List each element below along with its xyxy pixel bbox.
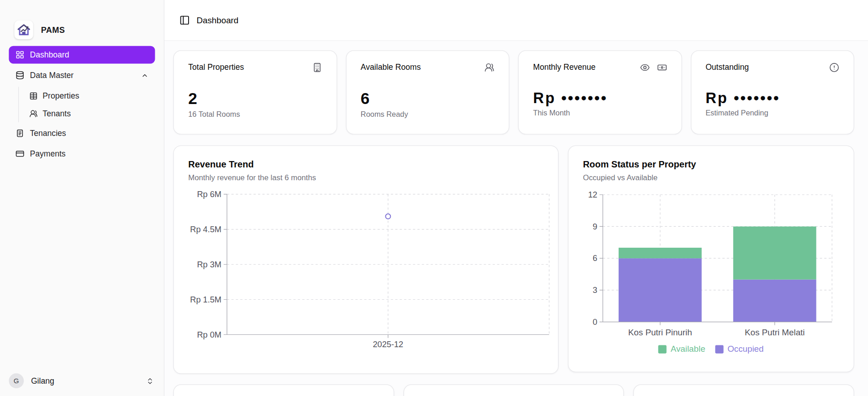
stat-value: Rp ••••••• xyxy=(533,89,667,107)
sidebar-item-label: Tenants xyxy=(42,109,71,118)
chart-title: Revenue Trend xyxy=(188,159,543,170)
stat-subtitle: Rooms Ready xyxy=(361,110,494,118)
legend-label: Occupied xyxy=(727,344,763,354)
svg-text:Rp 3M: Rp 3M xyxy=(197,260,221,269)
bottom-card xyxy=(403,385,624,396)
stat-card-available-rooms: Available Rooms 6 Rooms Ready xyxy=(346,50,509,134)
svg-text:Rp 1.5M: Rp 1.5M xyxy=(190,295,221,304)
svg-text:3: 3 xyxy=(593,286,597,295)
users-icon xyxy=(29,109,37,117)
user-menu[interactable]: G Gilang xyxy=(0,365,164,396)
chart-subtitle: Monthly revenue for the last 6 months xyxy=(188,174,543,182)
building-icon xyxy=(312,63,322,73)
legend-swatch-available xyxy=(658,345,667,353)
chevron-up-icon[interactable] xyxy=(141,72,148,79)
svg-text:2025-12: 2025-12 xyxy=(373,340,404,348)
legend-swatch-occupied xyxy=(715,345,723,353)
bottom-card xyxy=(173,385,394,396)
sidebar-item-tenants[interactable]: Tenants xyxy=(19,104,155,122)
chart-title: Room Status per Property xyxy=(583,159,839,170)
charts-row: Revenue Trend Monthly revenue for the la… xyxy=(173,146,854,374)
alert-circle-icon xyxy=(829,63,839,73)
user-name: Gilang xyxy=(31,376,54,385)
layout-grid-icon xyxy=(16,50,24,59)
svg-text:0: 0 xyxy=(593,318,597,327)
sidebar-nav: Dashboard Data Master Properties xyxy=(0,46,164,166)
sidebar-item-label: Tenancies xyxy=(30,129,66,137)
database-icon xyxy=(16,71,24,79)
stat-subtitle: This Month xyxy=(533,109,667,117)
eye-icon[interactable] xyxy=(640,63,650,73)
sidebar-item-payments[interactable]: Payments xyxy=(9,145,155,163)
bottom-card-row xyxy=(173,385,854,396)
sidebar-toggle-icon[interactable] xyxy=(179,15,190,26)
sidebar-item-dashboard[interactable]: Dashboard xyxy=(9,46,155,64)
sidebar-item-label: Payments xyxy=(30,149,65,158)
chart-subtitle: Occupied vs Available xyxy=(583,174,839,182)
breadcrumb: Dashboard xyxy=(196,15,238,25)
chart-legend: Available Occupied xyxy=(583,344,839,354)
stat-title: Total Properties xyxy=(188,63,244,71)
legend-item-available: Available xyxy=(658,344,705,354)
sidebar: PAMS Dashboard Data Master xyxy=(0,0,164,396)
stat-card-total-properties: Total Properties 2 16 Total Rooms xyxy=(173,50,337,134)
stat-title: Available Rooms xyxy=(361,63,421,71)
stat-value: 2 xyxy=(188,89,322,108)
svg-text:12: 12 xyxy=(588,191,597,199)
stat-value: Rp ••••••• xyxy=(705,89,839,107)
notepad-icon xyxy=(16,129,24,137)
sidebar-item-label: Properties xyxy=(42,91,79,100)
credit-card-icon xyxy=(16,149,24,158)
stat-title: Outstanding xyxy=(705,63,749,71)
users-icon xyxy=(484,63,494,73)
svg-text:Kos Putri Pinurih: Kos Putri Pinurih xyxy=(628,328,692,337)
room-status-chart: 036912Kos Putri PinurihKos Putri Melati xyxy=(583,191,839,339)
room-status-card: Room Status per Property Occupied vs Ava… xyxy=(568,146,854,372)
sidebar-item-label: Dashboard xyxy=(30,50,69,59)
sidebar-item-data-master[interactable]: Data Master xyxy=(9,66,155,84)
revenue-trend-chart: Rp 0MRp 1.5MRp 3MRp 4.5MRp 6M2025-12 xyxy=(188,191,543,350)
svg-text:Rp 6M: Rp 6M xyxy=(197,191,221,198)
stat-card-monthly-revenue: Monthly Revenue Rp ••••••• This Month xyxy=(518,50,682,134)
dashboard-content: Total Properties 2 16 Total Rooms Availa… xyxy=(164,41,868,396)
stat-subtitle: 16 Total Rooms xyxy=(188,110,322,118)
logo-row: PAMS xyxy=(0,0,164,46)
stat-subtitle: Estimated Pending xyxy=(705,109,839,117)
topbar: Dashboard xyxy=(164,0,868,41)
table-icon xyxy=(29,92,37,100)
data-master-sublist: Properties Tenants xyxy=(18,87,155,122)
svg-text:9: 9 xyxy=(593,222,597,231)
app-title: PAMS xyxy=(41,25,65,35)
svg-text:Rp 0M: Rp 0M xyxy=(197,330,221,339)
stat-card-row: Total Properties 2 16 Total Rooms Availa… xyxy=(173,50,854,134)
stat-value: 6 xyxy=(361,89,494,108)
legend-label: Available xyxy=(671,344,705,354)
avatar: G xyxy=(9,373,24,388)
chevrons-up-down-icon xyxy=(146,377,154,385)
svg-text:Kos Putri Melati: Kos Putri Melati xyxy=(745,328,805,337)
sidebar-item-tenancies[interactable]: Tenancies xyxy=(9,125,155,142)
svg-text:6: 6 xyxy=(593,254,597,263)
stat-title: Monthly Revenue xyxy=(533,63,596,71)
pams-app: PAMS Dashboard Data Master xyxy=(0,0,868,396)
banknote-icon xyxy=(657,63,667,73)
legend-item-occupied: Occupied xyxy=(715,344,763,354)
svg-text:Rp 4.5M: Rp 4.5M xyxy=(190,225,221,234)
sidebar-item-label: Data Master xyxy=(30,71,74,79)
main-area: Dashboard Total Properties 2 16 Total Ro… xyxy=(164,0,868,396)
sidebar-item-properties[interactable]: Properties xyxy=(19,87,155,104)
bottom-card xyxy=(633,385,854,396)
stat-card-outstanding: Outstanding Rp ••••••• Estimated Pending xyxy=(690,50,854,134)
revenue-trend-card: Revenue Trend Monthly revenue for the la… xyxy=(173,146,558,374)
pams-logo-icon xyxy=(15,20,33,39)
